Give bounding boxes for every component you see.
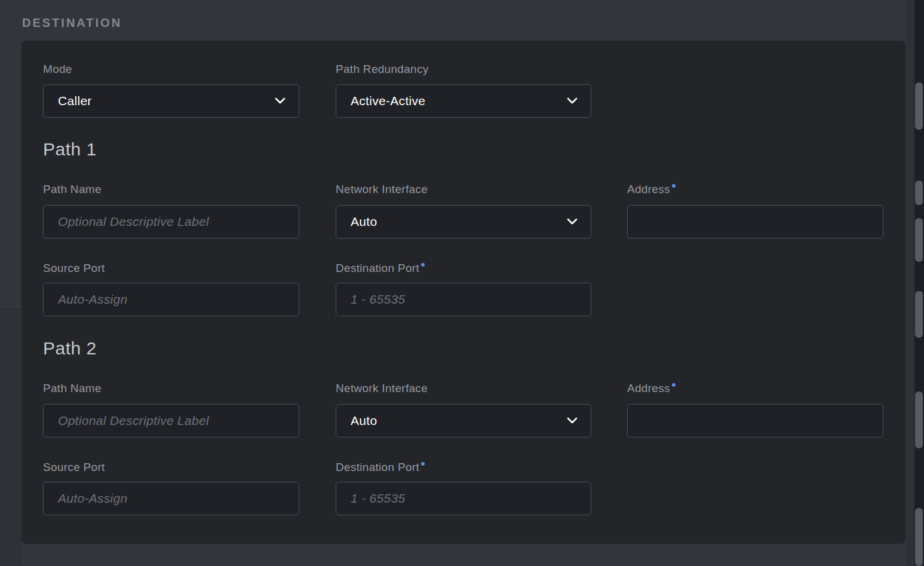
background-panel-edge — [0, 307, 22, 566]
path-1-network-interface-value: Auto — [351, 215, 377, 229]
path-2-address-input[interactable] — [628, 405, 883, 437]
path-2-address-label: Address — [627, 382, 676, 395]
path-1-name-field — [43, 205, 299, 238]
path-redundancy-select[interactable]: Active-Active — [336, 84, 591, 118]
path-2-heading: Path 2 — [43, 338, 97, 359]
path-2-network-interface-value: Auto — [351, 414, 377, 428]
scrollbar-track[interactable] — [914, 0, 924, 566]
path-redundancy-label: Path Redundancy — [336, 63, 429, 76]
chevron-down-icon — [567, 415, 578, 426]
path-1-heading: Path 1 — [43, 139, 97, 160]
required-dot-icon — [672, 383, 676, 387]
background-gap — [905, 0, 914, 566]
path-2-network-interface-label: Network Interface — [336, 382, 428, 395]
scrollbar-thumb[interactable] — [915, 508, 923, 566]
required-dot-icon — [421, 462, 425, 466]
path-2-name-field — [43, 404, 299, 437]
path-2-destination-port-input[interactable] — [336, 482, 591, 515]
path-1-destination-port-label: Destination Port — [336, 262, 425, 275]
required-dot-icon — [421, 263, 425, 267]
path-2-name-label: Path Name — [43, 382, 102, 395]
scrollbar-thumb[interactable] — [915, 82, 923, 130]
path-1-network-interface-label: Network Interface — [336, 183, 428, 196]
path-2-destination-port-label: Destination Port — [336, 461, 425, 474]
path-2-source-port-input[interactable] — [44, 482, 299, 515]
path-redundancy-select-value: Active-Active — [351, 94, 425, 108]
path-2-name-input[interactable] — [44, 405, 299, 437]
path-2-address-field — [627, 404, 883, 437]
path-2-network-interface-select[interactable]: Auto — [336, 404, 591, 437]
path-1-name-input[interactable] — [44, 206, 299, 238]
mode-select[interactable]: Caller — [43, 84, 299, 118]
path-2-destination-port-field — [336, 482, 591, 515]
path-1-destination-port-field — [336, 283, 591, 316]
path-1-destination-port-input[interactable] — [336, 283, 591, 316]
path-2-source-port-field — [43, 482, 299, 515]
chevron-down-icon — [567, 216, 578, 227]
scrollbar-thumb[interactable] — [915, 218, 923, 262]
path-1-source-port-label: Source Port — [43, 262, 105, 275]
scrollbar-thumb[interactable] — [915, 180, 923, 205]
scrollbar-thumb[interactable] — [915, 291, 923, 338]
path-1-address-field — [627, 205, 883, 238]
path-1-source-port-field — [43, 283, 299, 316]
path-2-source-port-label: Source Port — [43, 461, 105, 474]
mode-label: Mode — [43, 63, 72, 76]
chevron-down-icon — [567, 96, 578, 106]
chevron-down-icon — [275, 96, 286, 106]
mode-select-value: Caller — [58, 94, 92, 108]
required-dot-icon — [672, 184, 676, 188]
path-1-source-port-input[interactable] — [44, 283, 299, 316]
section-title: DESTINATION — [22, 16, 122, 30]
destination-panel: DESTINATION Mode Caller Path Redundancy … — [0, 0, 924, 566]
scrollbar-thumb[interactable] — [915, 391, 923, 448]
path-1-name-label: Path Name — [43, 183, 102, 196]
path-1-address-input[interactable] — [628, 206, 883, 238]
path-1-address-label: Address — [627, 183, 676, 196]
path-1-network-interface-select[interactable]: Auto — [336, 205, 591, 238]
